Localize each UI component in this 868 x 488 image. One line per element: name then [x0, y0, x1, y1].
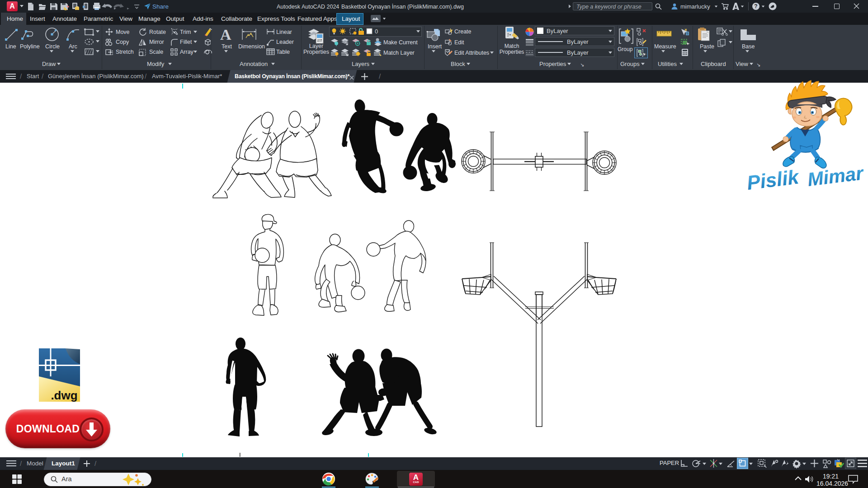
svg-text:?: ? — [754, 3, 757, 9]
svg-text:.dwg: .dwg — [51, 389, 77, 402]
svg-text:Mimar: Mimar — [806, 162, 865, 190]
svg-text:Pislik: Pislik — [745, 165, 801, 194]
